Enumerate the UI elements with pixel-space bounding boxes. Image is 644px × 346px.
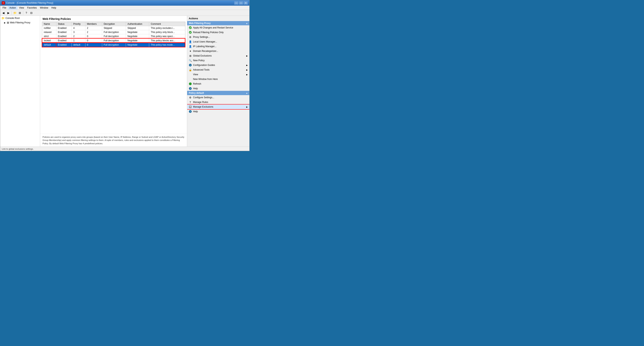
cell-priority: 1 (72, 38, 85, 43)
col-decryption: Decryption (102, 22, 126, 26)
forward-button[interactable]: ▶ (6, 10, 11, 15)
action-help-wfp[interactable]: ? Help (187, 86, 249, 91)
action-label: Help (193, 110, 198, 113)
action-help-pd[interactable]: ? Help (187, 109, 249, 114)
action-config-guides[interactable]: i Configuration Guides ▶ (187, 63, 249, 68)
svg-rect-8 (190, 106, 191, 106)
refresh-icon (189, 82, 192, 86)
rules-icon: T (189, 100, 192, 104)
table-row[interactable]: strict Enabled 2 0 Full decryption Negot… (42, 34, 185, 38)
menu-bar: File Action View Favorites Window Help (0, 6, 249, 10)
arrow-icon-2: ▶ (246, 64, 248, 66)
gear-icon: ⚙ (189, 36, 192, 38)
action-label: Advanced Tools (193, 68, 210, 71)
tree-web-filtering-proxy[interactable]: ▶ ⊞ Web Filtering Proxy (0, 20, 40, 25)
empty-area (40, 47, 187, 134)
title-bar: C Console - [Console Root\Web Filtering … (0, 0, 249, 6)
actions-panel: Actions Web Filtering Proxy ▲ Apply All … (187, 16, 249, 146)
menu-file[interactable]: File (1, 6, 8, 10)
page-title: Web Filtering Policies (40, 16, 187, 22)
cell-comment: This policy was speci... (149, 34, 185, 38)
arrow-icon-5: ▶ (246, 106, 248, 108)
extra-toolbar-button[interactable]: ⊟ (29, 10, 34, 15)
cell-comment: This policy only block... (149, 30, 185, 34)
action-manage-rules[interactable]: T Manage Rules (187, 100, 249, 104)
cell-members: 2 (85, 26, 102, 30)
menu-favorites[interactable]: Favorites (26, 6, 38, 10)
action-label: Configure Settings... (193, 96, 214, 99)
action-label: Configuration Guides (193, 64, 215, 66)
gear-icon-2: ⚙ (189, 96, 192, 99)
cell-priority: 4 (72, 26, 85, 30)
tree-item-label: Web Filtering Proxy (10, 21, 30, 24)
cell-authentication: Negotiate (126, 34, 149, 38)
folder-icon: 📁 (1, 16, 5, 20)
collapse-icon-wfp[interactable]: ▲ (246, 22, 248, 24)
console-root-label: Console Root (6, 17, 20, 20)
cell-status: Enabled (56, 43, 72, 47)
cell-decryption: Full decryption (102, 30, 126, 34)
cell-members: 0 (85, 38, 102, 43)
lock-icon: 🔒 (189, 68, 192, 71)
cell-authentication: Negotiate (126, 43, 149, 47)
person-icon-2: 👤 (189, 45, 192, 48)
action-local-users[interactable]: 👤 Local Users Manager... (187, 40, 249, 44)
action-new-window[interactable]: New Window from Here (187, 77, 249, 82)
policy-table: Name Status Priority Members Decryption … (42, 22, 185, 47)
arrow-icon-3: ▶ (246, 69, 248, 71)
cell-comment: This policy has mode... (149, 43, 185, 47)
help-toolbar-button[interactable]: ? (24, 10, 29, 15)
action-new-policy[interactable]: 🔍 New Policy (187, 58, 249, 63)
toolbar-sep-1 (12, 11, 12, 15)
close-button[interactable]: ✕ (244, 1, 248, 5)
back-button[interactable]: ◀ (1, 10, 6, 15)
cell-authentication: Negotiate (126, 38, 149, 43)
up-button[interactable]: 📁 (12, 10, 17, 15)
action-manage-exclusions[interactable]: Manage Exclusions ▶ Domain Names... Doma… (187, 104, 249, 109)
show-hide-button[interactable]: ⊞ (18, 10, 22, 15)
action-label: Manage Exclusions (193, 106, 213, 108)
collapse-icon-pd[interactable]: ▲ (246, 92, 248, 94)
menu-window[interactable]: Window (38, 6, 50, 10)
action-configure-settings[interactable]: ⚙ Configure Settings... (187, 95, 249, 100)
window-controls: ─ □ ✕ (234, 1, 248, 5)
cell-status: Enabled (56, 34, 72, 38)
svg-text:i: i (190, 64, 191, 66)
actions-section-header-pd: Policy default ▲ (187, 91, 249, 95)
minimize-button[interactable]: ─ (234, 1, 238, 5)
col-status: Status (56, 22, 72, 26)
menu-view[interactable]: View (18, 6, 26, 10)
action-label: New Policy (193, 59, 204, 62)
toolbar: ◀ ▶ 📁 ⊞ ? ⊟ (0, 10, 249, 16)
cell-name: locked (42, 38, 56, 43)
cell-authentication: Skipped (126, 26, 149, 30)
action-global-exclusions[interactable]: ⊞ Global Exclusions ▶ (187, 54, 249, 58)
maximize-button[interactable]: □ (239, 1, 243, 5)
action-label: Apply All Changes and Restart Service (193, 26, 233, 29)
action-label: Reload Filtering Policies Only (193, 31, 224, 34)
table-row[interactable]: default Enabled default 0 Full decryptio… (42, 43, 185, 47)
description-area: Policies are used to organize proxy user… (40, 134, 187, 147)
action-refresh[interactable]: Refresh (187, 82, 249, 86)
menu-action[interactable]: Action (8, 6, 17, 10)
action-domain-recategorizer[interactable]: ✦ Domain Recategorizer... (187, 49, 249, 54)
help-icon-2: ? (189, 110, 192, 113)
action-apply-changes[interactable]: Apply All Changes and Restart Service (187, 25, 249, 30)
svg-text:?: ? (190, 111, 191, 113)
action-reload-policies[interactable]: Reload Filtering Policies Only (187, 30, 249, 35)
menu-help[interactable]: Help (50, 6, 58, 10)
help-icon: ? (189, 87, 192, 90)
action-ip-labeling[interactable]: 👤 IP Labeling Manager... (187, 44, 249, 49)
action-view[interactable]: View ▶ (187, 72, 249, 77)
col-name: Name (42, 22, 56, 26)
cell-status: Enabled (56, 30, 72, 34)
col-authentication: Authentication (126, 22, 149, 26)
tree-console-root[interactable]: 📁 Console Root (0, 16, 40, 20)
table-row[interactable]: locked Enabled 1 0 Full decryption Negot… (42, 38, 185, 43)
action-advanced-tools[interactable]: 🔒 Advanced Tools ▶ (187, 68, 249, 72)
table-row[interactable]: nofilter Enabled 4 2 Skipped Skipped Thi… (42, 26, 185, 30)
table-icon: ⊞ (7, 21, 9, 24)
cell-name: relaxed (42, 30, 56, 34)
action-proxy-settings[interactable]: ⚙ Proxy Settings... (187, 35, 249, 40)
table-row[interactable]: relaxed Enabled 3 2 Full decryption Nego… (42, 30, 185, 34)
